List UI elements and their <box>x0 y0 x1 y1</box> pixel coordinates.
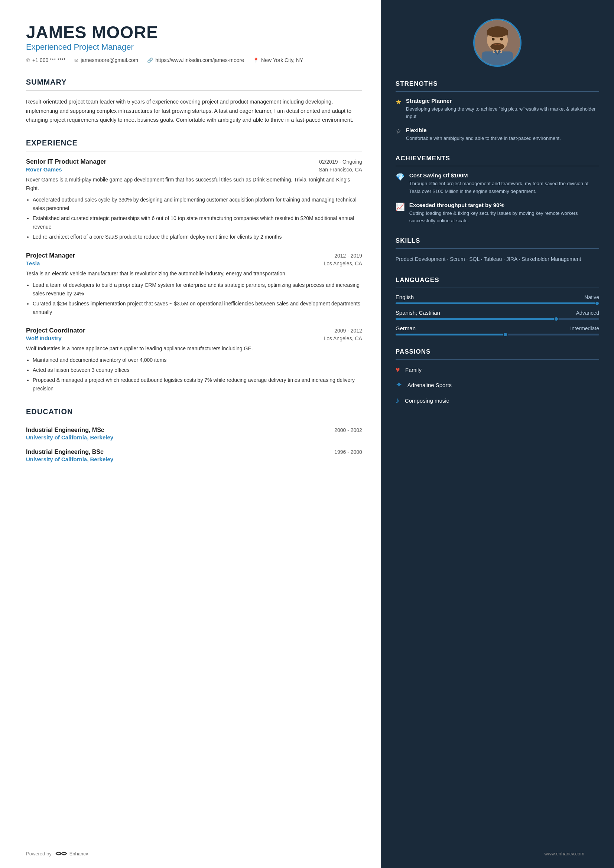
bullet-item: Led re-architect effort of a core SaaS p… <box>33 232 362 241</box>
edu-dates-1: 2000 - 2002 <box>334 427 362 433</box>
passion-item-music: ♪ Composing music <box>396 395 599 405</box>
phone-number: +1 000 *** **** <box>32 57 65 63</box>
job-desc-3: Wolf Industries is a home appliance part… <box>26 344 362 353</box>
job-company-3: Wolf Industry <box>26 335 62 341</box>
svg-point-7 <box>500 38 503 41</box>
achievement-item-2: 📈 Exceeded throughput target by 90% Cutt… <box>396 202 599 225</box>
strength-name-1: Strategic Planner <box>406 98 599 104</box>
skills-divider <box>396 248 599 249</box>
job-location-1: San Francisco, CA <box>319 167 362 172</box>
strength-body-2: Flexible Comfortable with ambiguity and … <box>406 127 561 142</box>
languages-divider <box>396 288 599 288</box>
contact-info: ✆ +1 000 *** **** ✉ jamesmoore@gmail.com… <box>26 57 362 63</box>
experience-title: EXPERIENCE <box>26 139 362 147</box>
language-name-english: English <box>396 294 414 300</box>
achieve-name-1: Cost Saving Of $100M <box>409 172 599 178</box>
candidate-title: Experienced Project Manager <box>26 42 362 52</box>
passion-name-music: Composing music <box>405 397 449 404</box>
edu-school-1: University of California, Berkeley <box>26 434 362 440</box>
strengths-section: STRENGTHS ★ Strategic Planner Developing… <box>396 80 599 142</box>
bullet-item: Established and curated strategic partne… <box>33 214 362 231</box>
job-entry-3: Project Coordinator 2009 - 2012 Wolf Ind… <box>26 327 362 393</box>
job-header-1: Senior IT Product Manager 02/2019 - Ongo… <box>26 158 362 166</box>
job-company-row-3: Wolf Industry Los Angeles, CA <box>26 335 362 341</box>
experience-section: EXPERIENCE Senior IT Product Manager 02/… <box>26 139 362 394</box>
candidate-name: JAMES MOORE <box>26 22 362 42</box>
job-dates-1: 02/2019 - Ongoing <box>319 159 362 165</box>
music-icon: ♪ <box>396 395 399 405</box>
email-address: jamesmoore@gmail.com <box>81 57 138 63</box>
education-title: EDUCATION <box>26 408 362 416</box>
star-filled-icon: ★ <box>396 98 401 120</box>
languages-title: LANGUAGES <box>396 276 599 284</box>
job-company-row-1: Rover Games San Francisco, CA <box>26 166 362 172</box>
education-divider <box>26 420 362 420</box>
phone-icon: ✆ <box>26 57 30 63</box>
achieve-desc-2: Cutting loading time & fixing key securi… <box>409 210 599 225</box>
phone-item: ✆ +1 000 *** **** <box>26 57 65 63</box>
language-level-spanish: Advanced <box>576 310 599 316</box>
achievements-section: ACHIEVEMENTS 💎 Cost Saving Of $100M Thro… <box>396 155 599 225</box>
edu-degree-1: Industrial Engineering, MSc <box>26 427 104 434</box>
brand-name: Enhancv <box>70 851 89 857</box>
header: JAMES MOORE Experienced Project Manager … <box>26 22 362 63</box>
job-desc-2: Tesla is an electric vehicle manufacture… <box>26 270 362 278</box>
language-row-english: English Native <box>396 294 599 300</box>
passions-title: PASSIONS <box>396 348 599 355</box>
location-text: New York City, NY <box>261 57 303 63</box>
passion-item-family: ♥ Family <box>396 366 599 374</box>
job-desc-1: Rover Games is a multi-play mobile game … <box>26 175 362 192</box>
job-dates-2: 2012 - 2019 <box>334 253 362 259</box>
language-bar-bg-english <box>396 302 599 304</box>
job-header-3: Project Coordinator 2009 - 2012 <box>26 327 362 334</box>
strengths-title: STRENGTHS <box>396 80 599 88</box>
enhancv-logo-icon <box>55 850 67 857</box>
language-row-german: German Intermediate <box>396 325 599 332</box>
bullet-item: Curated a $2M business implementation pr… <box>33 299 362 316</box>
job-entry-1: Senior IT Product Manager 02/2019 - Ongo… <box>26 158 362 242</box>
job-location-3: Los Angeles, CA <box>323 335 362 341</box>
powered-by-label: Powered by <box>26 851 51 857</box>
job-bullets-1: Accelerated outbound sales cycle by 330%… <box>26 195 362 241</box>
bullet-item: Maintained and documented inventory of o… <box>33 356 362 364</box>
svg-point-6 <box>492 38 495 41</box>
svg-rect-5 <box>487 30 508 35</box>
language-bar-fill-spanish <box>396 318 559 320</box>
job-bullets-3: Maintained and documented inventory of o… <box>26 356 362 393</box>
achievements-title: ACHIEVEMENTS <box>396 155 599 162</box>
edu-degree-2: Industrial Engineering, BSc <box>26 449 104 455</box>
achievement-item-1: 💎 Cost Saving Of $100M Through efficient… <box>396 172 599 195</box>
strength-item-1: ★ Strategic Planner Developing steps alo… <box>396 98 599 120</box>
strength-name-2: Flexible <box>406 127 561 133</box>
language-bar-fill-german <box>396 333 507 335</box>
bullet-item: Acted as liaison between 3 country offic… <box>33 366 362 374</box>
strength-body-1: Strategic Planner Developing steps along… <box>406 98 599 120</box>
linkedin-icon: 🔗 <box>147 57 153 63</box>
right-column: STRENGTHS ★ Strategic Planner Developing… <box>381 0 614 868</box>
languages-section: LANGUAGES English Native Spanish; Castil… <box>396 276 599 335</box>
passion-name-family: Family <box>405 367 421 373</box>
avatar-image <box>475 19 520 67</box>
edu-dates-2: 1996 - 2000 <box>334 449 362 455</box>
skills-text: Product Development · Scrum · SQL · Tabl… <box>396 254 599 264</box>
language-row-spanish: Spanish; Castilian Advanced <box>396 310 599 316</box>
language-level-german: Intermediate <box>570 326 599 332</box>
achieve-body-2: Exceeded throughput target by 90% Cuttin… <box>409 202 599 225</box>
summary-divider <box>26 90 362 91</box>
sports-icon: ✦ <box>396 380 402 390</box>
summary-title: SUMMARY <box>26 78 362 87</box>
linkedin-item: 🔗 https://www.linkedin.com/james-moore <box>147 57 244 63</box>
edu-school-2: University of California, Berkeley <box>26 456 362 462</box>
job-title-2: Project Manager <box>26 252 75 259</box>
strength-desc-2: Comfortable with ambiguity and able to t… <box>406 135 561 142</box>
achievements-divider <box>396 166 599 166</box>
bullet-item: Accelerated outbound sales cycle by 330%… <box>33 195 362 212</box>
passion-item-sports: ✦ Adrenaline Sports <box>396 380 599 390</box>
job-bullets-2: Lead a team of developers to build a pro… <box>26 281 362 316</box>
star-hollow-icon: ☆ <box>396 127 401 142</box>
location-item: 📍 New York City, NY <box>253 57 303 63</box>
edu-entry-2: Industrial Engineering, BSc 1996 - 2000 … <box>26 449 362 462</box>
strengths-divider <box>396 91 599 91</box>
edu-header-2: Industrial Engineering, BSc 1996 - 2000 <box>26 449 362 455</box>
skills-title: SKILLS <box>396 237 599 245</box>
